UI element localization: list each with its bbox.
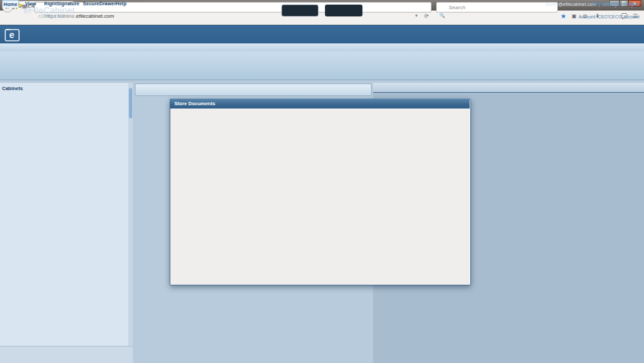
svg-text:e: e — [9, 30, 14, 40]
